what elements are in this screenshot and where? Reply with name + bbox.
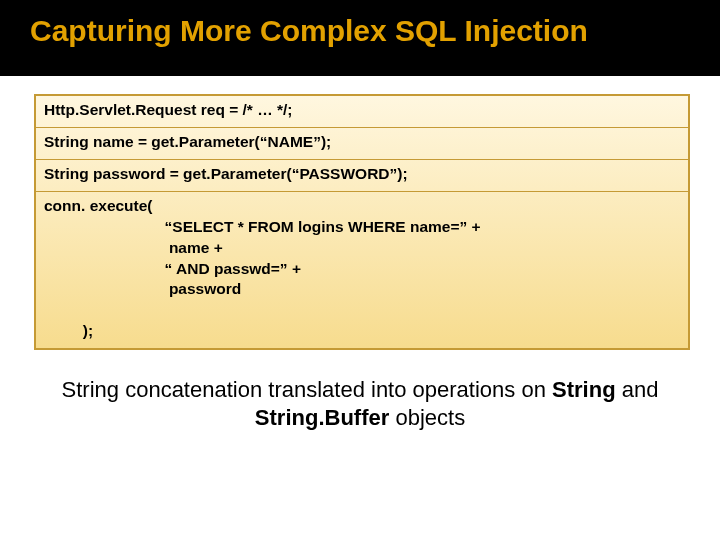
footer-part-2: and bbox=[616, 377, 659, 402]
code-block: Http.Servlet.Request req = /* … */; Stri… bbox=[34, 94, 690, 350]
code-line-2: String name = get.Parameter(“NAME”); bbox=[36, 127, 688, 159]
footer-bold-1: String bbox=[552, 377, 616, 402]
footer-caption: String concatenation translated into ope… bbox=[60, 376, 660, 431]
slide-title: Capturing More Complex SQL Injection bbox=[30, 14, 690, 48]
code-line-4: conn. execute( “SELECT * FROM logins WHE… bbox=[36, 191, 688, 348]
footer-part-3: objects bbox=[389, 405, 465, 430]
code-line-3: String password = get.Parameter(“PASSWOR… bbox=[36, 159, 688, 191]
footer-bold-2: String.Buffer bbox=[255, 405, 389, 430]
title-bar: Capturing More Complex SQL Injection bbox=[0, 0, 720, 76]
code-line-1: Http.Servlet.Request req = /* … */; bbox=[36, 94, 688, 127]
footer-part-1: String concatenation translated into ope… bbox=[62, 377, 552, 402]
